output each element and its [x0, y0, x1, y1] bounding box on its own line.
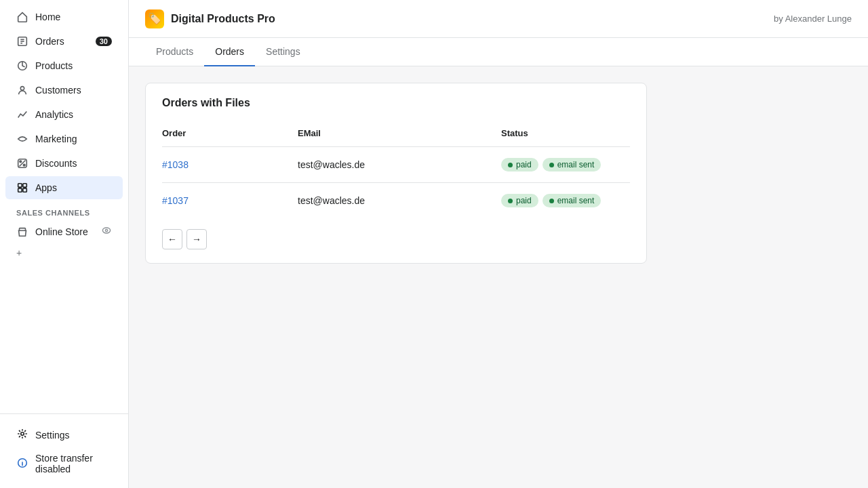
app-header-left: 🏷️ Digital Products Pro: [145, 9, 275, 28]
paid-dot-2: [508, 199, 513, 203]
email-cell-1: test@wacles.de: [298, 147, 501, 183]
main-content: 🏷️ Digital Products Pro by Alexander Lun…: [129, 0, 868, 488]
tab-products[interactable]: Products: [145, 38, 204, 66]
pagination: ← →: [162, 229, 630, 249]
sidebar-item-discounts[interactable]: Discounts: [5, 152, 123, 175]
orders-table: Order EMail Status #1038 test@wacles.de: [162, 123, 630, 218]
settings-icon: [16, 428, 28, 442]
order-link-1038[interactable]: #1038: [162, 159, 189, 170]
paid-dot-1: [508, 163, 513, 167]
next-button[interactable]: →: [186, 229, 207, 249]
sidebar-item-home[interactable]: Home: [5, 5, 123, 28]
sidebar-item-products-label: Products: [35, 60, 73, 71]
sidebar-item-apps-label: Apps: [35, 182, 57, 193]
sidebar-item-marketing[interactable]: Marketing: [5, 127, 123, 150]
svg-rect-13: [23, 188, 26, 192]
apps-icon: [16, 182, 28, 194]
app-title: Digital Products Pro: [171, 13, 275, 25]
sales-channels-title: SALES CHANNELS: [0, 201, 128, 220]
customers-icon: [16, 84, 28, 96]
store-transfer-label: Store transfer disabled: [35, 453, 112, 474]
page-content: Orders with Files Order EMail Status #10…: [129, 66, 868, 488]
col-email: EMail: [298, 123, 501, 147]
status-badges-2: paid email sent: [501, 194, 630, 207]
analytics-icon: [16, 108, 28, 121]
sidebar-item-store-transfer[interactable]: Store transfer disabled: [5, 447, 123, 480]
sidebar-item-home-label: Home: [35, 12, 60, 22]
sidebar-footer: Settings Store transfer disabled: [0, 413, 128, 488]
table-row: #1038 test@wacles.de paid: [162, 147, 630, 183]
sidebar-item-apps[interactable]: Apps: [5, 176, 123, 199]
sidebar-item-products[interactable]: Products: [5, 54, 123, 77]
email-sent-dot-1: [549, 163, 554, 167]
tab-settings[interactable]: Settings: [255, 38, 311, 66]
svg-point-19: [22, 460, 23, 461]
sidebar-item-orders-label: Orders: [35, 36, 64, 47]
col-order: Order: [162, 123, 298, 147]
sidebar-item-settings[interactable]: Settings: [5, 422, 123, 447]
sidebar-nav: Home Orders 30 Products Customers: [0, 0, 128, 413]
sidebar-item-orders[interactable]: Orders 30: [5, 30, 123, 53]
tab-orders[interactable]: Orders: [204, 38, 255, 66]
email-cell-2: test@wacles.de: [298, 183, 501, 219]
info-icon: [16, 457, 28, 471]
sidebar-item-customers-label: Customers: [35, 85, 81, 96]
svg-point-15: [105, 229, 107, 231]
orders-badge: 30: [96, 37, 112, 46]
eye-icon[interactable]: [101, 225, 112, 238]
svg-point-14: [102, 228, 110, 233]
svg-rect-10: [18, 184, 22, 187]
sidebar-item-discounts-label: Discounts: [35, 158, 77, 169]
products-icon: [16, 60, 28, 72]
home-icon: [16, 11, 28, 23]
svg-point-5: [20, 87, 24, 90]
svg-point-16: [21, 432, 24, 436]
email-sent-badge-1: email sent: [542, 158, 601, 171]
sidebar-item-online-store[interactable]: Online Store: [5, 220, 123, 243]
svg-point-6: [20, 161, 22, 163]
paid-badge-2: paid: [501, 194, 538, 207]
marketing-icon: [16, 133, 28, 145]
status-badges-1: paid email sent: [501, 158, 630, 171]
orders-icon: [16, 35, 28, 47]
col-status: Status: [501, 123, 630, 147]
paid-badge-1: paid: [501, 158, 538, 171]
svg-rect-11: [23, 184, 26, 187]
discounts-icon: [16, 157, 28, 169]
svg-point-7: [23, 164, 25, 166]
sidebar-item-marketing-label: Marketing: [35, 134, 77, 144]
sidebar-item-analytics[interactable]: Analytics: [5, 103, 123, 126]
card-title: Orders with Files: [162, 97, 630, 109]
table-row: #1037 test@wacles.de paid: [162, 183, 630, 219]
app-author: by Alexander Lunge: [774, 14, 852, 24]
order-link-1037[interactable]: #1037: [162, 195, 189, 206]
sidebar-item-analytics-label: Analytics: [35, 109, 73, 120]
online-store-label: Online Store: [35, 226, 101, 237]
email-sent-dot-2: [549, 199, 554, 203]
app-icon: 🏷️: [145, 9, 164, 28]
prev-button[interactable]: ←: [162, 229, 182, 249]
tab-navigation: Products Orders Settings: [129, 38, 868, 66]
add-sales-channel[interactable]: +: [0, 245, 128, 261]
app-header: 🏷️ Digital Products Pro by Alexander Lun…: [129, 0, 868, 38]
svg-rect-12: [18, 188, 22, 192]
settings-label: Settings: [35, 430, 70, 441]
email-sent-badge-2: email sent: [542, 194, 601, 207]
sidebar: Home Orders 30 Products Customers: [0, 0, 129, 488]
sidebar-item-customers[interactable]: Customers: [5, 79, 123, 102]
plus-icon: +: [16, 247, 22, 258]
store-icon: [16, 226, 28, 238]
orders-card: Orders with Files Order EMail Status #10…: [145, 83, 647, 264]
